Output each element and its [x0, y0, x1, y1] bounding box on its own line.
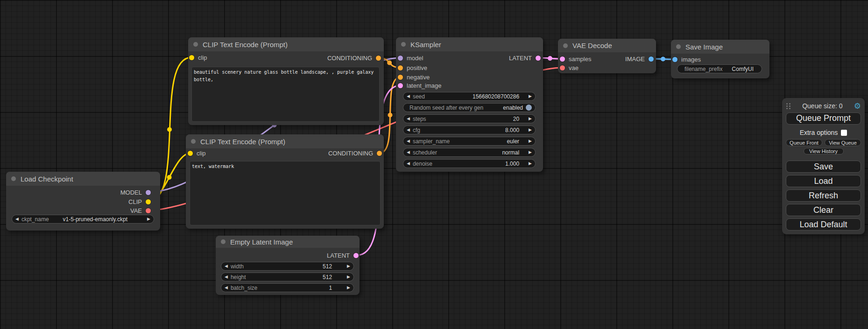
widget-width[interactable]: ◀ width 512 ▶: [221, 262, 354, 271]
widget-height[interactable]: ◀ height 512 ▶: [221, 273, 354, 281]
extra-options-checkbox[interactable]: [841, 130, 847, 136]
output-latent: LATENT: [509, 53, 541, 63]
model-input-dot[interactable]: [398, 56, 403, 61]
queue-front-button[interactable]: Queue Front: [786, 139, 822, 146]
widget-denoise[interactable]: ◀ denoise 1.000 ▶: [403, 159, 536, 168]
node-graph-canvas[interactable]: Load Checkpoint MODEL CLIP VAE ◀ ckpt_na…: [0, 0, 868, 329]
increment-arrow-icon[interactable]: ▶: [529, 128, 532, 132]
latent-image-input-dot[interactable]: [398, 83, 403, 88]
model-output-dot[interactable]: [146, 190, 151, 195]
output-model: MODEL: [120, 188, 151, 197]
node-title: KSampler: [410, 41, 441, 49]
widget-random-seed-toggle[interactable]: Random seed after every gen enabled: [403, 103, 536, 112]
decrement-arrow-icon[interactable]: ◀: [407, 128, 410, 132]
conditioning-output-dot[interactable]: [376, 56, 381, 61]
refresh-button[interactable]: Refresh: [786, 189, 861, 202]
collapse-dot-icon[interactable]: [11, 176, 16, 181]
decrement-arrow-icon[interactable]: ◀: [407, 161, 410, 166]
decrement-arrow-icon[interactable]: ◀: [407, 94, 410, 98]
link-midpoint-dot[interactable]: [387, 61, 392, 65]
clear-button[interactable]: Clear: [786, 204, 861, 216]
increment-arrow-icon[interactable]: ▶: [529, 94, 532, 98]
collapse-dot-icon[interactable]: [563, 43, 568, 48]
widget-seed[interactable]: ◀ seed 156680208700286 ▶: [403, 92, 536, 101]
decrement-arrow-icon[interactable]: ◀: [225, 286, 228, 290]
positive-input-dot[interactable]: [398, 65, 403, 70]
node-vae-decode[interactable]: VAE Decode samples vae IMAGE: [558, 39, 656, 73]
link-midpoint-dot[interactable]: [167, 127, 172, 132]
save-button[interactable]: Save: [786, 161, 861, 173]
vae-input-dot[interactable]: [560, 65, 565, 70]
collapse-dot-icon[interactable]: [191, 139, 196, 144]
node-clip-text-encode-positive[interactable]: CLIP Text Encode (Prompt) clip CONDITION…: [188, 37, 384, 125]
link-midpoint-dot[interactable]: [548, 56, 552, 61]
node-load-checkpoint[interactable]: Load Checkpoint MODEL CLIP VAE ◀ ckpt_na…: [6, 172, 160, 231]
node-empty-latent-image[interactable]: Empty Latent Image LATENT ◀ width 512 ▶ …: [216, 236, 360, 295]
decrement-arrow-icon[interactable]: ◀: [225, 275, 228, 279]
vae-output-dot[interactable]: [146, 208, 151, 213]
collapse-dot-icon[interactable]: [401, 42, 406, 47]
link-midpoint-dot[interactable]: [167, 175, 172, 180]
decrement-arrow-icon[interactable]: ◀: [407, 117, 410, 121]
decrement-arrow-icon[interactable]: ◀: [407, 150, 410, 154]
increment-arrow-icon[interactable]: ▶: [529, 139, 532, 143]
toggle-knob[interactable]: [526, 105, 532, 111]
widget-batch-size[interactable]: ◀ batch_size 1 ▶: [221, 283, 354, 292]
samples-input-dot[interactable]: [560, 56, 565, 62]
latent-output-dot[interactable]: [536, 56, 541, 61]
link-midpoint-dot[interactable]: [388, 113, 393, 118]
collapse-dot-icon[interactable]: [221, 239, 226, 244]
node-title-bar[interactable]: Empty Latent Image: [216, 236, 360, 248]
widget-steps[interactable]: ◀ steps 20 ▶: [403, 114, 536, 123]
widget-ckpt-name[interactable]: ◀ ckpt_name v1-5-pruned-emaonly.ckpt ▶: [12, 215, 154, 224]
increment-arrow-icon[interactable]: ▶: [529, 161, 532, 166]
increment-arrow-icon[interactable]: ▶: [347, 286, 350, 290]
comfy-menu-panel[interactable]: Queue size: 0 ⚙ Queue Prompt Extra optio…: [782, 98, 865, 234]
image-output-dot[interactable]: [649, 56, 654, 62]
node-title-bar[interactable]: Load Checkpoint: [6, 172, 160, 186]
node-save-image[interactable]: Save Image images filename_prefix ComfyU…: [671, 40, 769, 78]
increment-arrow-icon[interactable]: ▶: [529, 150, 532, 154]
decrement-arrow-icon[interactable]: ◀: [225, 264, 228, 268]
increment-arrow-icon[interactable]: ▶: [147, 217, 150, 221]
node-title-bar[interactable]: CLIP Text Encode (Prompt): [188, 37, 384, 51]
collapse-dot-icon[interactable]: [676, 44, 681, 49]
increment-arrow-icon[interactable]: ▶: [347, 275, 350, 279]
clip-input-dot[interactable]: [189, 55, 194, 60]
queue-prompt-button[interactable]: Queue Prompt: [786, 112, 861, 125]
increment-arrow-icon[interactable]: ▶: [529, 117, 532, 121]
increment-arrow-icon[interactable]: ▶: [347, 264, 350, 268]
settings-gear-icon[interactable]: ⚙: [854, 102, 861, 110]
output-latent: LATENT: [327, 251, 359, 260]
clip-output-dot[interactable]: [146, 199, 151, 204]
node-title: Load Checkpoint: [21, 175, 73, 183]
load-button[interactable]: Load: [786, 175, 861, 187]
positive-prompt-textarea[interactable]: beautiful scenery nature glass bottle la…: [191, 67, 380, 122]
widget-cfg[interactable]: ◀ cfg 8.000 ▶: [403, 126, 536, 134]
clip-input-dot[interactable]: [188, 151, 193, 156]
drag-handle-icon[interactable]: [786, 103, 791, 110]
node-title-bar[interactable]: Save Image: [671, 40, 769, 54]
node-title-bar[interactable]: CLIP Text Encode (Prompt): [186, 134, 384, 148]
node-title: CLIP Text Encode (Prompt): [200, 138, 285, 146]
decrement-arrow-icon[interactable]: ◀: [407, 139, 410, 143]
collapse-dot-icon[interactable]: [193, 42, 198, 47]
view-history-button[interactable]: View History: [804, 148, 844, 154]
widget-sampler-name[interactable]: ◀ sampler_name euler ▶: [403, 137, 536, 146]
decrement-arrow-icon[interactable]: ◀: [15, 217, 19, 221]
node-title-bar[interactable]: VAE Decode: [558, 39, 656, 52]
view-queue-button[interactable]: View Queue: [825, 139, 861, 146]
widget-filename-prefix[interactable]: filename_prefix ComfyUI: [677, 64, 762, 73]
negative-input-dot[interactable]: [398, 75, 403, 80]
node-clip-text-encode-negative[interactable]: CLIP Text Encode (Prompt) clip CONDITION…: [186, 134, 384, 229]
node-title-bar[interactable]: KSampler: [396, 37, 543, 51]
conditioning-output-dot[interactable]: [377, 151, 382, 156]
images-input-dot[interactable]: [672, 57, 677, 62]
latent-output-dot[interactable]: [353, 253, 359, 258]
widget-scheduler[interactable]: ◀ scheduler normal ▶: [403, 148, 536, 157]
load-default-button[interactable]: Load Default: [786, 218, 861, 231]
link-midpoint-dot[interactable]: [661, 57, 665, 62]
input-latent-image: latent_image: [398, 81, 441, 90]
node-ksampler[interactable]: KSampler model positive negative latent_…: [396, 37, 543, 172]
negative-prompt-textarea[interactable]: text, watermark: [190, 161, 381, 225]
